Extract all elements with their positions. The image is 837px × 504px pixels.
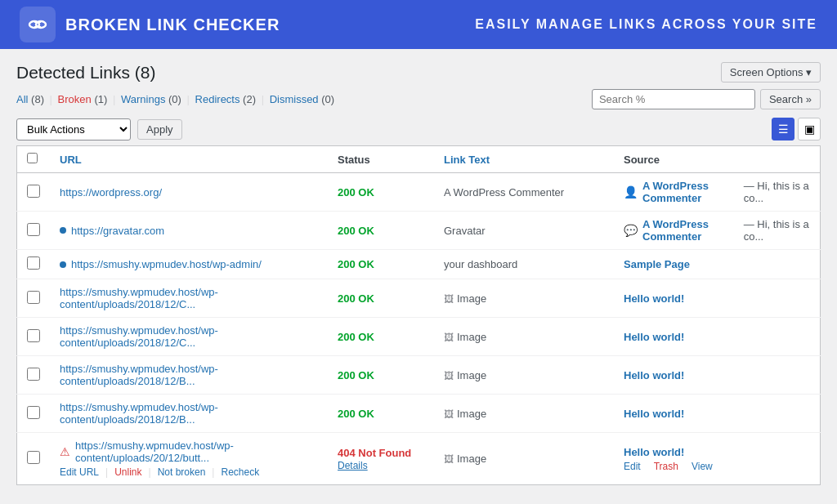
row-url-actions: Edit URL | Unlink | Not broken | Recheck	[60, 466, 259, 478]
image-icon: 🖼	[444, 293, 454, 305]
row-action-unlink[interactable]: Unlink	[114, 466, 141, 478]
row-status-cell: 200 OK	[328, 279, 434, 318]
row-checkbox[interactable]	[27, 329, 40, 342]
row-checkbox[interactable]	[27, 256, 40, 270]
row-checkbox[interactable]	[27, 406, 40, 419]
apply-button[interactable]: Apply	[137, 119, 182, 140]
row-checkbox[interactable]	[27, 451, 40, 464]
source-link[interactable]: Hello world!	[624, 369, 684, 381]
url-link[interactable]: https://smushy.wpmudev.host/wp-content/u…	[60, 401, 318, 426]
url-link[interactable]: https://smushy.wpmudev.host/wp-content/u…	[60, 286, 318, 310]
bulk-left: Bulk Actions Apply	[16, 118, 182, 140]
view-icons: ☰ ▣	[772, 118, 821, 140]
row-linktext-cell: Gravatar	[434, 212, 614, 250]
screen-options-button[interactable]: Screen Options ▾	[721, 62, 821, 83]
bulk-actions-select[interactable]: Bulk Actions	[16, 118, 131, 140]
row-linktext-cell: your dashboard	[434, 250, 614, 279]
filter-bar: All (8) | Broken (1) | Warnings (0) | Re…	[16, 89, 821, 109]
row-status-cell: 200 OK	[328, 318, 434, 356]
table-row: https://smushy.wpmudev.host/wp-content/u…	[17, 395, 821, 433]
row-linktext-cell: 🖼Image	[434, 433, 614, 485]
link-text-value: A WordPress Commenter	[444, 186, 564, 198]
table-row: https://smushy.wpmudev.host/wp-content/u…	[17, 318, 821, 356]
col-source-header: Source	[614, 146, 821, 173]
link-text-value: Image	[457, 292, 486, 305]
content-area: Detected Links (8) Screen Options ▾ All …	[0, 49, 837, 504]
row-checkbox[interactable]	[27, 185, 40, 198]
search-input[interactable]	[592, 89, 755, 109]
source-link[interactable]: A WordPress Commenter	[642, 218, 739, 243]
source-link[interactable]: Sample Page	[624, 258, 690, 270]
filter-dismissed-count: (0)	[321, 93, 334, 105]
col-check-header	[17, 146, 51, 173]
source-link[interactable]: Hello world!	[624, 292, 684, 305]
status-details-link[interactable]: Details	[338, 460, 368, 471]
row-linktext-cell: 🖼Image	[434, 356, 614, 395]
source-action-edit[interactable]: Edit	[624, 461, 641, 472]
row-check-cell	[17, 356, 51, 395]
col-url-sort[interactable]: URL	[60, 154, 82, 166]
search-button[interactable]: Search »	[760, 89, 821, 109]
row-url-cell: https://smushy.wpmudev.host/wp-content/u…	[50, 279, 328, 318]
url-link[interactable]: https://wordpress.org/	[60, 186, 162, 198]
logo-area: BROKEN LINK CHECKER	[20, 7, 280, 42]
url-link[interactable]: https://smushy.wpmudev.host/wp-admin/	[71, 258, 262, 270]
url-link[interactable]: https://gravatar.com	[71, 225, 164, 237]
row-checkbox[interactable]	[27, 291, 40, 304]
filter-dismissed[interactable]: Dismissed	[270, 93, 319, 105]
row-check-cell	[17, 395, 51, 433]
grid-view-button[interactable]: ▣	[798, 118, 821, 140]
source-link[interactable]: Hello world!	[624, 331, 684, 343]
link-text-value: Image	[457, 331, 486, 343]
col-linktext-header: Link Text	[434, 146, 614, 173]
row-url-cell: https://wordpress.org/	[50, 173, 328, 212]
filter-redirects[interactable]: Redirects	[195, 93, 240, 105]
source-link[interactable]: Hello world!	[624, 446, 684, 458]
source-excerpt: — Hi, this is a co...	[744, 218, 810, 243]
table-row: ⚠https://smushy.wpmudev.host/wp-content/…	[17, 433, 821, 485]
select-all-checkbox[interactable]	[27, 153, 38, 163]
row-source-cell: 💬A WordPress Commenter — Hi, this is a c…	[614, 212, 821, 250]
row-checkbox[interactable]	[27, 368, 40, 381]
row-source-cell: Hello world!Edit Trash View	[614, 433, 821, 485]
table-row: https://wordpress.org/200 OKA WordPress …	[17, 173, 821, 212]
row-checkbox[interactable]	[27, 223, 40, 236]
grid-view-icon: ▣	[804, 123, 815, 136]
status-badge: 200 OK	[338, 292, 374, 305]
filter-broken[interactable]: Broken	[58, 93, 92, 105]
row-check-cell	[17, 318, 51, 356]
url-indicator-dot	[60, 227, 66, 234]
filter-warnings[interactable]: Warnings	[121, 93, 165, 105]
row-status-cell: 200 OK	[328, 395, 434, 433]
app-tagline: EASILY MANAGE LINKS ACROSS YOUR SITE	[475, 17, 817, 32]
row-status-cell: 200 OK	[328, 173, 434, 212]
row-action-recheck[interactable]: Recheck	[221, 466, 259, 478]
source-action-trash[interactable]: Trash	[654, 461, 678, 472]
row-url-cell: https://smushy.wpmudev.host/wp-content/u…	[50, 356, 328, 395]
source-excerpt: — Hi, this is a co...	[744, 180, 810, 204]
row-action-edit-url[interactable]: Edit URL	[60, 466, 99, 478]
page-header: BROKEN LINK CHECKER EASILY MANAGE LINKS …	[0, 0, 837, 49]
page-title: Detected Links (8)	[16, 63, 155, 83]
filter-redirects-count: (2)	[243, 93, 256, 105]
status-badge: 200 OK	[338, 186, 374, 198]
row-source-cell: Sample Page	[614, 250, 821, 279]
row-action-not-broken[interactable]: Not broken	[158, 466, 206, 478]
source-action-view[interactable]: View	[692, 461, 713, 472]
url-link[interactable]: https://smushy.wpmudev.host/wp-content/u…	[60, 363, 318, 387]
url-link[interactable]: https://smushy.wpmudev.host/wp-content/u…	[60, 324, 318, 349]
col-linktext-sort[interactable]: Link Text	[444, 154, 490, 166]
filter-links: All (8) | Broken (1) | Warnings (0) | Re…	[16, 93, 334, 105]
list-view-button[interactable]: ☰	[772, 118, 794, 140]
bulk-bar: Bulk Actions Apply ☰ ▣	[16, 118, 821, 140]
row-url-cell: ⚠https://smushy.wpmudev.host/wp-content/…	[50, 433, 328, 485]
logo-icon	[20, 7, 56, 42]
source-link[interactable]: A WordPress Commenter	[642, 180, 739, 204]
filter-broken-count: (1)	[94, 93, 107, 105]
source-link[interactable]: Hello world!	[624, 408, 684, 420]
link-text-value: Gravatar	[444, 225, 486, 237]
list-view-icon: ☰	[778, 123, 789, 136]
row-source-cell: Hello world!	[614, 279, 821, 318]
filter-all[interactable]: All	[16, 93, 28, 105]
url-link[interactable]: https://smushy.wpmudev.host/wp-content/u…	[75, 439, 318, 464]
